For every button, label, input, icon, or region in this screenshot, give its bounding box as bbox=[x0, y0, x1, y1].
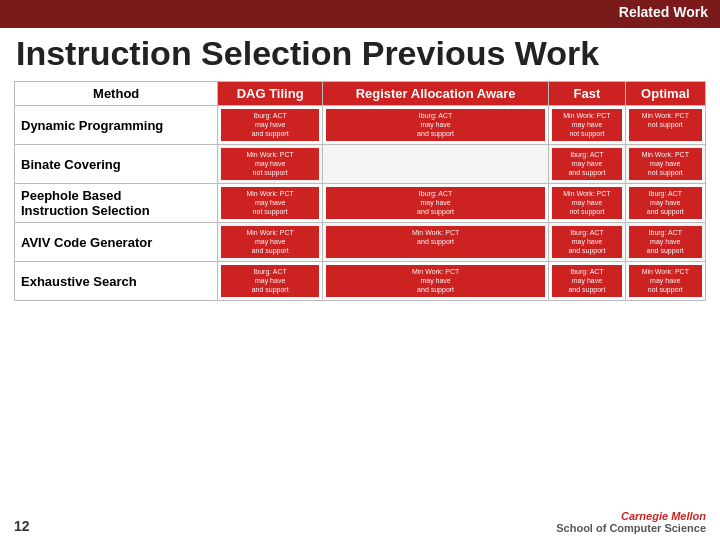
col-fast: Fast bbox=[549, 82, 625, 106]
cell-register: Min Work: PCTmay haveand support bbox=[322, 262, 548, 301]
cell-fast: Iburg: ACTmay haveand support bbox=[549, 145, 625, 184]
cell-method: Dynamic Programming bbox=[15, 106, 218, 145]
col-register: Register Allocation Aware bbox=[322, 82, 548, 106]
cell-optimal: Min Work: PCTmay havenot support bbox=[625, 262, 705, 301]
table-row: Peephole Based Instruction SelectionMin … bbox=[15, 184, 706, 223]
cell-dag: Iburg: ACTmay haveand support bbox=[218, 106, 323, 145]
table-row: Exhaustive SearchIburg: ACTmay haveand s… bbox=[15, 262, 706, 301]
table-container: Method DAG Tiling Register Allocation Aw… bbox=[0, 81, 720, 301]
col-optimal: Optimal bbox=[625, 82, 705, 106]
cell-register bbox=[322, 145, 548, 184]
cell-method: Exhaustive Search bbox=[15, 262, 218, 301]
cell-register: Iburg: ACTmay haveand support bbox=[322, 106, 548, 145]
cell-optimal: Iburg: ACTmay haveand support bbox=[625, 223, 705, 262]
comparison-table: Method DAG Tiling Register Allocation Aw… bbox=[14, 81, 706, 301]
footer-logo: Carnegie Mellon School of Computer Scien… bbox=[556, 510, 706, 534]
cell-dag: Iburg: ACTmay haveand support bbox=[218, 262, 323, 301]
cell-optimal: Min Work: PCTmay havenot support bbox=[625, 145, 705, 184]
col-method: Method bbox=[15, 82, 218, 106]
cmu-name: Carnegie Mellon bbox=[556, 510, 706, 522]
top-bar: Related Work bbox=[0, 0, 720, 28]
related-work-label: Related Work bbox=[619, 4, 708, 20]
cell-dag: Min Work: PCTmay haveand support bbox=[218, 223, 323, 262]
cell-dag: Min Work: PCTmay havenot support bbox=[218, 184, 323, 223]
school-name: School of Computer Science bbox=[556, 522, 706, 534]
cell-fast: Iburg: ACTmay haveand support bbox=[549, 223, 625, 262]
cell-optimal: Iburg: ACTmay haveand support bbox=[625, 184, 705, 223]
col-dag: DAG Tiling bbox=[218, 82, 323, 106]
page-title: Instruction Selection Previous Work bbox=[0, 28, 720, 81]
cell-register: Iburg: ACTmay haveand support bbox=[322, 184, 548, 223]
cell-optimal: Min Work: PCTnot support bbox=[625, 106, 705, 145]
cell-fast: Iburg: ACTmay haveand support bbox=[549, 262, 625, 301]
cell-method: Binate Covering bbox=[15, 145, 218, 184]
table-header-row: Method DAG Tiling Register Allocation Aw… bbox=[15, 82, 706, 106]
cell-method: Peephole Based Instruction Selection bbox=[15, 184, 218, 223]
cell-fast: Min Work: PCTmay havenot support bbox=[549, 184, 625, 223]
cell-method: AVIV Code Generator bbox=[15, 223, 218, 262]
table-row: Dynamic ProgrammingIburg: ACTmay haveand… bbox=[15, 106, 706, 145]
table-body: Dynamic ProgrammingIburg: ACTmay haveand… bbox=[15, 106, 706, 301]
page-number: 12 bbox=[14, 518, 30, 534]
cell-fast: Min Work: PCTmay havenot support bbox=[549, 106, 625, 145]
footer: 12 Carnegie Mellon School of Computer Sc… bbox=[14, 510, 706, 534]
table-row: Binate CoveringMin Work: PCTmay havenot … bbox=[15, 145, 706, 184]
table-row: AVIV Code GeneratorMin Work: PCTmay have… bbox=[15, 223, 706, 262]
cell-dag: Min Work: PCTmay havenot support bbox=[218, 145, 323, 184]
cell-register: Min Work: PCTand support bbox=[322, 223, 548, 262]
